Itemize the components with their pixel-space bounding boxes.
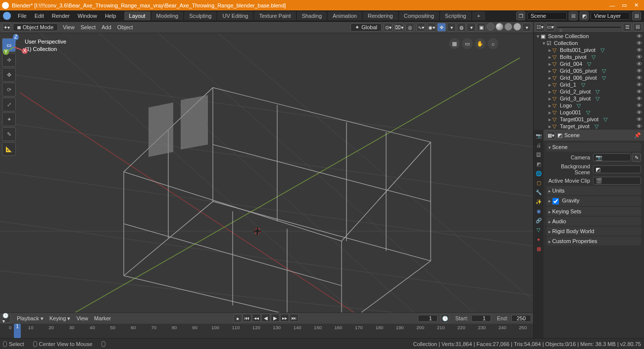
visibility-toggle[interactable]: 👁 xyxy=(637,89,642,95)
timeline-ruler[interactable]: 1 01020304050607080901001101201301401501… xyxy=(0,324,533,338)
outliner-node[interactable]: ▸▽Grid_004▽👁 xyxy=(534,60,644,67)
props-tab-render[interactable]: 📷 xyxy=(535,132,543,140)
outliner-node[interactable]: ▸▽Target001_pivot▽👁 xyxy=(534,116,644,123)
clip-field[interactable]: 🎬 xyxy=(593,177,641,185)
timeline-editor-type-button[interactable]: 🕓▾ xyxy=(2,314,11,323)
props-tab-object[interactable]: ▢ xyxy=(535,179,543,187)
viewlayer-new-button[interactable]: ☒ xyxy=(632,11,641,20)
props-editor-type-button[interactable]: ▦▾ xyxy=(546,131,555,140)
current-frame-field[interactable]: 1 xyxy=(418,315,438,322)
maximize-button[interactable]: ▭ xyxy=(618,2,630,8)
outliner-node[interactable]: ▸▽Grid_005_pivot▽👁 xyxy=(534,67,644,74)
camera-view-button[interactable]: ▦ xyxy=(449,38,460,49)
menu-help[interactable]: Help xyxy=(101,13,120,19)
twisty-icon[interactable]: ▸ xyxy=(547,47,552,53)
transform-tool[interactable]: ✦ xyxy=(2,112,16,126)
tl-menu-playback[interactable]: Playback ▾ xyxy=(14,315,47,322)
twisty-icon[interactable]: ▸ xyxy=(547,54,552,60)
workspace-tab-texture-paint[interactable]: Texture Paint xyxy=(254,11,296,20)
tl-menu-keying[interactable]: Keying ▾ xyxy=(47,315,74,322)
menu-file[interactable]: File xyxy=(14,13,31,19)
visibility-toggle[interactable]: 👁 xyxy=(637,102,642,108)
vp-menu-view[interactable]: View xyxy=(60,24,78,30)
workspace-tab-shading[interactable]: Shading xyxy=(297,11,327,20)
autokey-button[interactable]: ● xyxy=(233,314,242,323)
props-tab-viewlayer[interactable]: 🖼 xyxy=(535,150,543,158)
visibility-toggle[interactable]: 👁 xyxy=(637,40,642,46)
outliner-new-collection-button[interactable]: ☒ xyxy=(633,23,642,32)
overlay-options-button[interactable]: ▾ xyxy=(467,23,476,32)
twisty-icon[interactable]: ▸ xyxy=(547,96,552,102)
outliner-node[interactable]: ▾▣Scene Collection👁 xyxy=(534,33,644,40)
vp-menu-select[interactable]: Select xyxy=(78,24,99,30)
outliner-node[interactable]: ▸▽Bolts001_pivot▽👁 xyxy=(534,47,644,53)
move-tool[interactable]: ✥ xyxy=(2,68,16,82)
pan-button[interactable]: ✋ xyxy=(475,38,486,49)
section-scene[interactable]: Scene xyxy=(546,143,641,151)
outliner-tree[interactable]: ▾▣Scene Collection👁▾☑Collection👁▸▽Bolts0… xyxy=(534,33,644,130)
twisty-icon[interactable]: ▸ xyxy=(547,82,552,88)
section-custom-properties[interactable]: Custom Properties xyxy=(546,237,641,246)
scene-name-field[interactable]: Scene xyxy=(527,12,567,20)
twisty-icon[interactable]: ▾ xyxy=(536,33,541,40)
gravity-checkbox[interactable] xyxy=(552,198,559,204)
proportional-button[interactable]: ◎ xyxy=(405,23,414,32)
workspace-tab-modeling[interactable]: Modeling xyxy=(151,11,184,20)
twisty-icon[interactable]: ▾ xyxy=(542,40,546,47)
props-tab-particle[interactable]: ✨ xyxy=(535,198,543,205)
transform-orientation-dropdown[interactable]: ✦Global xyxy=(350,23,382,32)
proportional-falloff-button[interactable]: ∿▾ xyxy=(416,23,425,32)
gizmo-options-button[interactable]: ▾ xyxy=(447,23,456,32)
props-tab-modifier[interactable]: 🔧 xyxy=(535,188,543,196)
editor-type-button[interactable]: ✦▾ xyxy=(2,23,11,32)
shading-options-button[interactable]: ▾ xyxy=(522,23,531,32)
gizmo-toggle-button[interactable]: ✥ xyxy=(437,23,446,32)
minimize-button[interactable]: — xyxy=(606,2,618,8)
outliner-node[interactable]: ▸▽Logo▽👁 xyxy=(534,102,644,109)
close-button[interactable]: ✕ xyxy=(630,2,642,8)
twisty-icon[interactable]: ▸ xyxy=(547,89,552,95)
menu-window[interactable]: Window xyxy=(74,13,101,19)
play-reverse-button[interactable]: ◀ xyxy=(261,314,270,322)
zoom-button[interactable]: ⌕ xyxy=(488,38,498,49)
nav-gizmo[interactable]: X Y Z xyxy=(0,33,28,61)
visibility-toggle[interactable]: 👁 xyxy=(637,47,642,53)
visibility-toggle[interactable]: 👁 xyxy=(637,116,642,122)
outliner-node[interactable]: ▸▽Bolts_pivot▽👁 xyxy=(534,53,644,60)
props-tab-data[interactable]: ▽ xyxy=(535,226,543,234)
scene-icon[interactable]: ❐ xyxy=(516,11,525,20)
play-button[interactable]: ▶ xyxy=(271,314,280,322)
vp-menu-add[interactable]: Add xyxy=(99,24,114,30)
props-tab-material[interactable]: ● xyxy=(535,235,543,243)
visibility-toggle[interactable]: 👁 xyxy=(637,75,642,81)
twisty-icon[interactable]: ▸ xyxy=(547,68,552,74)
outliner-display-mode-button[interactable]: ☷▾ xyxy=(536,23,545,32)
visibility-toggle[interactable]: 👁 xyxy=(637,82,642,88)
props-tab-scene[interactable]: ◩ xyxy=(535,160,543,168)
visibility-button[interactable]: ◉▾ xyxy=(427,23,436,32)
tl-menu-view[interactable]: View xyxy=(73,315,91,322)
use-preview-range-button[interactable]: 🕓 xyxy=(441,314,449,323)
tl-menu-marker[interactable]: Marker xyxy=(91,315,114,322)
menu-edit[interactable]: Edit xyxy=(31,13,48,19)
workspace-tab-uv-editing[interactable]: UV Editing xyxy=(217,11,253,20)
keyframe-prev-button[interactable]: ◂◂ xyxy=(252,314,261,322)
outliner-view-button[interactable]: ▭▾ xyxy=(546,23,555,32)
props-tab-physics[interactable]: ◉ xyxy=(535,207,543,215)
outliner-node[interactable]: ▸▽Grid_3_pivot▽👁 xyxy=(534,95,644,102)
workspace-tab-+[interactable]: + xyxy=(472,11,485,20)
visibility-toggle[interactable]: 👁 xyxy=(637,96,642,101)
section-gravity[interactable]: Gravity xyxy=(546,196,641,206)
menu-render[interactable]: Render xyxy=(48,13,74,19)
workspace-tab-animation[interactable]: Animation xyxy=(328,11,362,20)
bgscene-field[interactable]: ◩ xyxy=(593,165,641,173)
outliner-search-input[interactable] xyxy=(556,26,621,28)
twisty-icon[interactable]: ▸ xyxy=(547,123,552,130)
workspace-tab-compositing[interactable]: Compositing xyxy=(399,11,439,20)
shading-solid-button[interactable] xyxy=(495,23,503,31)
snap-button[interactable]: ⌧▾ xyxy=(395,23,403,32)
jump-end-button[interactable]: ⏭ xyxy=(290,314,298,322)
scene-new-button[interactable]: ☒ xyxy=(569,11,578,20)
section-rigid-body-world[interactable]: Rigid Body World xyxy=(546,227,641,236)
3d-viewport[interactable]: User Perspective(1) Collection ▭ ✛ ✥ ⟳ ⤢… xyxy=(0,33,533,312)
